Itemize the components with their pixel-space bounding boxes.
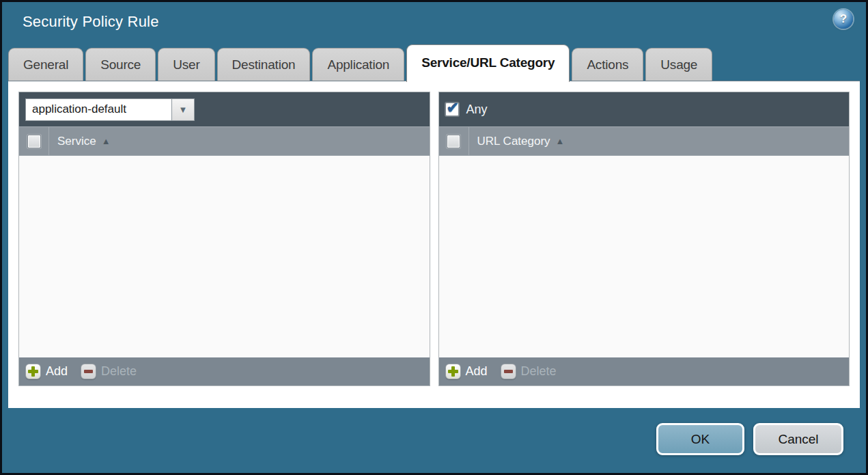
- titlebar: Security Policy Rule ?: [2, 2, 866, 42]
- service-type-combobox: application-default ▼: [25, 98, 195, 121]
- url-category-checkcell: [439, 127, 469, 155]
- url-category-panel-toolbar: ✔ Any: [439, 92, 850, 126]
- sort-asc-icon: ▲: [102, 136, 111, 146]
- url-category-add-button[interactable]: Add: [445, 364, 488, 379]
- url-category-select-all-checkbox[interactable]: [447, 135, 460, 148]
- delete-button-label: Delete: [521, 364, 557, 379]
- delete-icon: [501, 364, 516, 379]
- check-icon: ✔: [447, 99, 459, 117]
- service-column-header[interactable]: Service: [57, 135, 96, 148]
- url-category-panel: ✔ Any URL Category ▲ Add: [438, 92, 850, 386]
- add-button-label: Add: [466, 364, 488, 379]
- tab-content: application-default ▼ Service ▲ Add: [8, 81, 860, 408]
- tab-destination[interactable]: Destination: [217, 48, 311, 81]
- url-category-delete-button[interactable]: Delete: [501, 364, 557, 379]
- add-icon: [25, 364, 41, 379]
- tab-general[interactable]: General: [8, 48, 83, 81]
- url-category-column-header[interactable]: URL Category: [477, 135, 550, 148]
- any-row: ✔ Any: [445, 103, 488, 117]
- any-checkbox[interactable]: ✔: [445, 103, 459, 116]
- tab-application[interactable]: Application: [312, 48, 404, 81]
- delete-button-label: Delete: [101, 364, 137, 379]
- service-select-all-checkbox[interactable]: [27, 135, 41, 148]
- add-button-label: Add: [46, 364, 68, 379]
- delete-icon: [81, 364, 96, 379]
- service-type-dropdown-button[interactable]: ▼: [171, 98, 195, 121]
- add-icon: [445, 364, 461, 379]
- help-icon: ?: [840, 12, 847, 26]
- dialog-title: Security Policy Rule: [23, 13, 159, 31]
- tab-bar: General Source User Destination Applicat…: [2, 42, 866, 81]
- chevron-down-icon: ▼: [179, 105, 188, 114]
- service-add-button[interactable]: Add: [25, 364, 68, 379]
- service-delete-button[interactable]: Delete: [81, 364, 137, 379]
- any-label: Any: [466, 103, 488, 117]
- security-policy-rule-dialog: Security Policy Rule ? General Source Us…: [0, 0, 868, 475]
- service-list-body: [19, 156, 430, 357]
- service-type-dropdown[interactable]: application-default: [25, 98, 171, 121]
- cancel-button[interactable]: Cancel: [753, 423, 843, 455]
- tab-actions[interactable]: Actions: [572, 48, 643, 81]
- tab-user[interactable]: User: [158, 48, 214, 81]
- url-category-panel-footer: Add Delete: [439, 357, 850, 385]
- service-panel: application-default ▼ Service ▲ Add: [18, 92, 430, 386]
- tab-service-url-category[interactable]: Service/URL Category: [406, 44, 570, 82]
- url-category-column-header-row: URL Category ▲: [439, 126, 850, 156]
- service-panel-footer: Add Delete: [19, 357, 430, 385]
- tab-source[interactable]: Source: [85, 48, 156, 81]
- help-button[interactable]: ?: [834, 10, 853, 29]
- service-column-header-row: Service ▲: [19, 126, 430, 156]
- url-category-list-body: [439, 156, 850, 357]
- tab-usage[interactable]: Usage: [645, 48, 712, 81]
- service-panel-toolbar: application-default ▼: [19, 92, 430, 126]
- service-checkcell: [19, 127, 49, 155]
- ok-button[interactable]: OK: [656, 423, 744, 455]
- sort-asc-icon: ▲: [556, 136, 565, 146]
